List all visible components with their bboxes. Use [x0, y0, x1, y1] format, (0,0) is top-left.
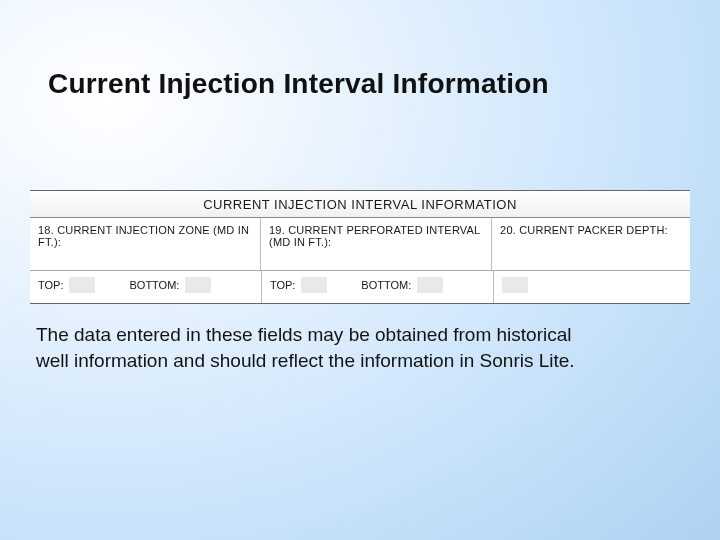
field-20-label: 20. CURRENT PACKER DEPTH:: [492, 218, 690, 270]
slide-title: Current Injection Interval Information: [48, 68, 549, 100]
field-19-bottom-label: BOTTOM:: [361, 279, 411, 291]
field-19-inputs: TOP: BOTTOM:: [262, 271, 494, 303]
form-input-row: TOP: BOTTOM: TOP: BOTTOM:: [30, 271, 690, 303]
field-18-bottom-input[interactable]: [185, 277, 211, 293]
form-table: CURRENT INJECTION INTERVAL INFORMATION 1…: [30, 190, 690, 304]
field-18-top-label: TOP:: [38, 279, 63, 291]
field-18-label: 18. CURRENT INJECTION ZONE (MD IN FT.):: [30, 218, 261, 270]
field-19-top-input[interactable]: [301, 277, 327, 293]
field-18-inputs: TOP: BOTTOM:: [30, 271, 262, 303]
field-19-label: 19. CURRENT PERFORATED INTERVAL (MD IN F…: [261, 218, 492, 270]
field-18-bottom-label: BOTTOM:: [129, 279, 179, 291]
field-20-inputs: [494, 271, 690, 303]
field-20-input[interactable]: [502, 277, 528, 293]
field-19-bottom-input[interactable]: [417, 277, 443, 293]
body-paragraph: The data entered in these fields may be …: [36, 322, 596, 373]
field-19-top-label: TOP:: [270, 279, 295, 291]
field-18-top-input[interactable]: [69, 277, 95, 293]
form-label-row: 18. CURRENT INJECTION ZONE (MD IN FT.): …: [30, 218, 690, 271]
form-header: CURRENT INJECTION INTERVAL INFORMATION: [30, 191, 690, 218]
